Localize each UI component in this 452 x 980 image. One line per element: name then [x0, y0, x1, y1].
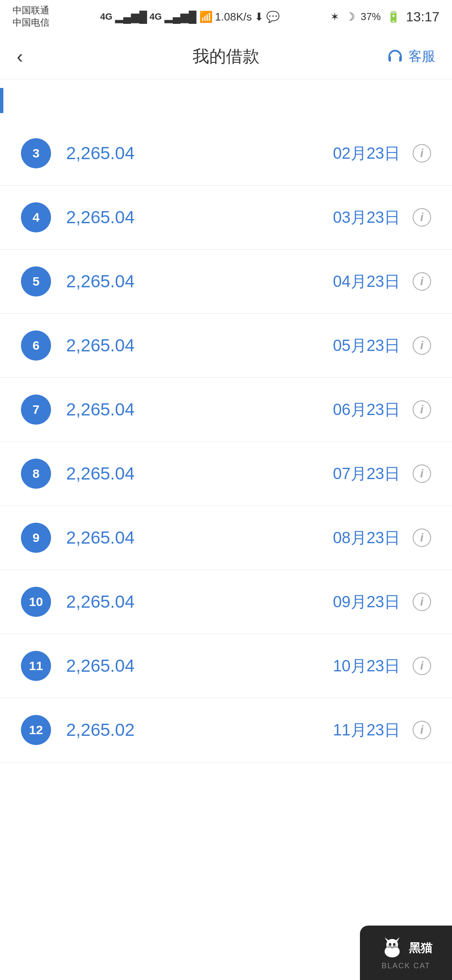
- item-number-7: 7: [21, 395, 51, 425]
- item-number-10: 10: [21, 587, 51, 617]
- wifi-icon: 📶: [199, 10, 213, 23]
- 4g-icon: 4G: [100, 11, 112, 22]
- battery-label: 37%: [361, 11, 381, 23]
- item-number-5: 5: [21, 266, 51, 297]
- svg-point-5: [393, 943, 396, 946]
- back-button[interactable]: ‹: [17, 46, 23, 67]
- status-bar: 中国联通 中国电信 4G ▂▄▆█ 4G ▂▄▆█ 📶 1.08K/s ⬇ 💬 …: [0, 0, 452, 34]
- loan-item: 3 2,265.04 02月23日 i: [0, 121, 452, 186]
- loan-item: 12 2,265.02 11月23日 i: [0, 698, 452, 762]
- blackcat-cat-icon: [380, 936, 405, 961]
- item-amount-4: 2,265.04: [66, 207, 333, 227]
- blackcat-en-label: BLACK CAT: [382, 962, 431, 970]
- item-date-11: 10月23日: [333, 655, 400, 677]
- item-date-10: 09月23日: [333, 591, 400, 613]
- signal-icons: 4G ▂▄▆█ 4G ▂▄▆█ 📶 1.08K/s ⬇ 💬: [100, 10, 280, 23]
- item-date-8: 07月23日: [333, 463, 400, 485]
- time-label: 13:17: [406, 9, 439, 25]
- carrier-info: 中国联通 中国电信: [13, 5, 49, 28]
- download-icon: ⬇: [254, 10, 264, 23]
- item-amount-12: 2,265.02: [66, 720, 333, 740]
- carrier2-label: 中国电信: [13, 17, 49, 29]
- item-amount-6: 2,265.04: [66, 335, 333, 356]
- item-number-12: 12: [21, 715, 51, 745]
- item-number-3: 3: [21, 138, 51, 168]
- info-icon-11[interactable]: i: [413, 657, 431, 675]
- item-amount-9: 2,265.04: [66, 528, 333, 548]
- item-amount-8: 2,265.04: [66, 464, 333, 484]
- item-number-11: 11: [21, 651, 51, 681]
- signal-bars-1: ▂▄▆█: [115, 10, 147, 23]
- headset-icon: [386, 47, 404, 66]
- svg-point-6: [391, 946, 393, 947]
- info-icon-6[interactable]: i: [413, 336, 431, 355]
- item-number-9: 9: [21, 523, 51, 553]
- info-icon-4[interactable]: i: [413, 208, 431, 227]
- info-icon-7[interactable]: i: [413, 400, 431, 419]
- item-date-3: 02月23日: [333, 143, 400, 164]
- blackcat-logo: 黑猫: [380, 936, 432, 961]
- info-icon-8[interactable]: i: [413, 464, 431, 483]
- carrier1-label: 中国联通: [13, 5, 49, 17]
- bluetooth-icon: ✶: [330, 10, 339, 23]
- item-amount-11: 2,265.04: [66, 656, 333, 676]
- service-label: 客服: [408, 47, 435, 66]
- info-icon-5[interactable]: i: [413, 272, 431, 291]
- svg-marker-2: [385, 937, 389, 941]
- info-icon-10[interactable]: i: [413, 593, 431, 611]
- loan-item: 10 2,265.04 09月23日 i: [0, 570, 452, 634]
- item-number-6: 6: [21, 330, 51, 361]
- loan-item: 6 2,265.04 05月23日 i: [0, 314, 452, 378]
- accent-line: [0, 88, 3, 113]
- svg-point-4: [389, 943, 391, 946]
- moon-icon: ☽: [345, 10, 355, 23]
- item-date-7: 06月23日: [333, 399, 400, 420]
- loan-list: 3 2,265.04 02月23日 i 4 2,265.04 03月23日 i …: [0, 121, 452, 762]
- item-number-4: 4: [21, 202, 51, 232]
- blackcat-watermark: 黑猫 BLACK CAT: [360, 926, 452, 980]
- loan-item: 11 2,265.04 10月23日 i: [0, 634, 452, 698]
- battery-icon: 🔋: [387, 10, 400, 23]
- item-number-8: 8: [21, 459, 51, 489]
- loan-item: 7 2,265.04 06月23日 i: [0, 378, 452, 442]
- item-amount-7: 2,265.04: [66, 400, 333, 420]
- info-icon-9[interactable]: i: [413, 529, 431, 547]
- item-date-6: 05月23日: [333, 335, 400, 356]
- status-right: ✶ ☽ 37% 🔋 13:17: [330, 9, 439, 25]
- item-amount-5: 2,265.04: [66, 271, 333, 291]
- loan-item: 5 2,265.04 04月23日 i: [0, 250, 452, 314]
- nav-bar: ‹ 我的借款 客服: [0, 34, 452, 80]
- item-amount-10: 2,265.04: [66, 592, 333, 612]
- info-icon-12[interactable]: i: [413, 721, 431, 739]
- wechat-icon: 💬: [266, 10, 280, 23]
- 4g-icon-2: 4G: [149, 11, 162, 22]
- speed-label: 1.08K/s: [215, 10, 252, 23]
- loan-item: 9 2,265.04 08月23日 i: [0, 506, 452, 570]
- info-icon-3[interactable]: i: [413, 144, 431, 162]
- item-date-5: 04月23日: [333, 271, 400, 292]
- signal-bars-2: ▂▄▆█: [164, 10, 197, 23]
- item-date-12: 11月23日: [333, 720, 400, 741]
- service-button[interactable]: 客服: [386, 47, 435, 66]
- item-date-4: 03月23日: [333, 207, 400, 228]
- svg-marker-3: [396, 937, 400, 941]
- item-amount-3: 2,265.04: [66, 143, 333, 163]
- loan-item: 4 2,265.04 03月23日 i: [0, 186, 452, 250]
- blackcat-cn-label: 黑猫: [409, 940, 432, 956]
- page-title: 我的借款: [193, 45, 259, 68]
- item-date-9: 08月23日: [333, 527, 400, 549]
- loan-item: 8 2,265.04 07月23日 i: [0, 442, 452, 506]
